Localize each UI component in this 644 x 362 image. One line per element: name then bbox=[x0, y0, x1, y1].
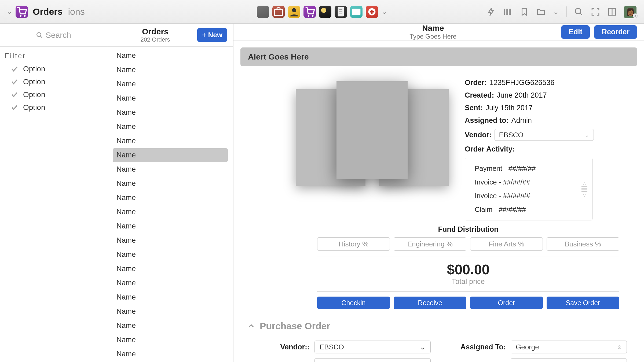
clear-icon[interactable]: ⊗ bbox=[617, 344, 622, 350]
filter-option[interactable]: Option bbox=[0, 75, 107, 88]
po-number-value: 20171218-1 bbox=[320, 361, 357, 362]
top-toolbar: ⌄ Orders ions ⌄ ⌄ 👩🏾 c bbox=[0, 0, 644, 24]
list-item[interactable]: Name bbox=[113, 248, 228, 261]
order-label: Order: bbox=[465, 79, 487, 87]
list-item[interactable]: Name bbox=[113, 234, 228, 247]
list-item[interactable]: Name bbox=[113, 262, 228, 276]
list-item[interactable]: Name bbox=[113, 191, 228, 205]
app-icon-orders[interactable] bbox=[16, 6, 28, 18]
list-item[interactable]: Name bbox=[113, 305, 228, 318]
app-title: Orders bbox=[33, 6, 63, 17]
search-icon bbox=[36, 32, 43, 39]
chevron-down-icon[interactable]: ⌄ bbox=[553, 8, 559, 16]
svg-rect-11 bbox=[352, 9, 361, 15]
fund-chip[interactable]: Engineering % bbox=[394, 237, 466, 251]
filter-panel: Search Filter OptionOptionOptionOption bbox=[0, 24, 107, 362]
edit-button[interactable]: Edit bbox=[561, 25, 590, 39]
list-item[interactable]: Name bbox=[113, 205, 228, 219]
receive-button[interactable]: Receive bbox=[394, 297, 466, 309]
filter-option[interactable]: Option bbox=[0, 62, 107, 75]
reorder-button[interactable]: Reorder bbox=[594, 25, 637, 39]
price-value: $00.00 bbox=[317, 261, 619, 278]
vendor-select[interactable]: EBSCO ⌄ bbox=[495, 129, 594, 141]
po-section-header[interactable]: Purchase Order bbox=[233, 309, 644, 335]
app-icon-purple2[interactable] bbox=[303, 6, 316, 18]
order-value: 1235FHJGG626536 bbox=[490, 79, 555, 87]
list-item[interactable]: Name bbox=[113, 49, 228, 62]
scroll-indicator[interactable]: △▽ bbox=[581, 181, 587, 197]
save-order-button[interactable]: Save Order bbox=[547, 297, 619, 309]
app-subtitle: ions bbox=[68, 6, 85, 17]
new-button[interactable]: + New bbox=[197, 28, 227, 42]
svg-rect-2 bbox=[275, 10, 283, 15]
po-assigned-value: George bbox=[516, 343, 539, 351]
filter-heading: Filter bbox=[0, 47, 107, 62]
topbar-tools: ⌄ 👩🏾 c bbox=[486, 5, 638, 18]
list-item[interactable]: Name bbox=[113, 290, 228, 304]
app-icon-red[interactable] bbox=[366, 6, 378, 18]
list-item[interactable]: Name bbox=[113, 319, 228, 333]
plus-icon bbox=[366, 6, 378, 18]
svg-line-23 bbox=[40, 36, 42, 38]
list-item[interactable]: Name bbox=[113, 219, 228, 233]
app-icon-gray[interactable] bbox=[257, 6, 269, 18]
svg-point-1 bbox=[24, 15, 25, 17]
svg-point-4 bbox=[308, 15, 309, 17]
app-icon-dark[interactable] bbox=[319, 6, 331, 18]
list-item[interactable]: Name bbox=[113, 162, 228, 176]
chevron-down-icon[interactable]: ⌄ bbox=[381, 8, 387, 16]
list-item[interactable]: Name bbox=[113, 177, 228, 190]
list-body[interactable]: NameNameNameNameNameNameNameNameNameName… bbox=[107, 47, 233, 362]
app-icon-brown[interactable] bbox=[272, 6, 285, 18]
person-icon bbox=[288, 6, 300, 18]
po-assigned-input[interactable]: George ⊗ bbox=[511, 341, 627, 353]
po-number-input[interactable]: 20171218-1 ⊗ bbox=[314, 358, 431, 362]
folder-icon[interactable] bbox=[536, 7, 546, 16]
layout-icon[interactable] bbox=[608, 7, 617, 16]
moon-icon bbox=[319, 6, 331, 18]
app-icon-teal[interactable] bbox=[350, 6, 363, 18]
briefcase-icon bbox=[272, 6, 285, 18]
fund-chip[interactable]: Business % bbox=[547, 237, 619, 251]
list-item[interactable]: Name bbox=[113, 333, 228, 347]
list-item[interactable]: Name bbox=[113, 120, 228, 134]
po-created-input[interactable]: Ann-Dennis ⊗ bbox=[511, 358, 627, 362]
filter-option[interactable]: Option bbox=[0, 101, 107, 114]
cart-icon bbox=[303, 6, 316, 18]
order-button[interactable]: Order bbox=[470, 297, 543, 309]
price-label: Total price bbox=[317, 278, 619, 286]
fund-chip[interactable]: History % bbox=[317, 237, 390, 251]
topbar-left: ⌄ Orders ions bbox=[6, 6, 85, 18]
divider bbox=[566, 6, 567, 17]
list-item[interactable]: Name bbox=[113, 148, 228, 162]
list-item[interactable]: Name bbox=[113, 63, 228, 77]
list-item[interactable]: Name bbox=[113, 276, 228, 290]
list-item[interactable]: Name bbox=[113, 77, 228, 91]
filter-option[interactable]: Option bbox=[0, 88, 107, 101]
list-item[interactable]: Name bbox=[113, 347, 228, 361]
search-icon[interactable] bbox=[574, 7, 583, 16]
chevron-down-icon: ⌄ bbox=[585, 132, 589, 138]
list-item[interactable]: Name bbox=[113, 91, 228, 105]
bolt-icon[interactable] bbox=[486, 7, 496, 16]
po-created-label: Created By: bbox=[447, 361, 506, 362]
app-icon-doc[interactable] bbox=[335, 6, 347, 18]
activity-item: Payment - ##/##/## bbox=[475, 164, 583, 173]
sent-value: July 15th 2017 bbox=[486, 104, 533, 112]
list-item[interactable]: Name bbox=[113, 106, 228, 119]
checkin-button[interactable]: Checkin bbox=[317, 297, 390, 309]
filter-option-label: Option bbox=[23, 90, 45, 99]
po-vendor-select[interactable]: EBSCO ⌄ bbox=[314, 341, 431, 353]
activity-box: Payment - ##/##/##Invoice - ##/##/##Invo… bbox=[465, 158, 592, 220]
barcode-icon[interactable] bbox=[503, 7, 512, 16]
search-input[interactable]: Search bbox=[0, 24, 107, 47]
app-icon-yellow[interactable] bbox=[288, 6, 300, 18]
fund-chip[interactable]: Fine Arts % bbox=[470, 237, 543, 251]
chevron-down-icon[interactable]: ⌄ bbox=[6, 8, 12, 16]
assigned-label: Assigned to: bbox=[465, 116, 509, 125]
list-item[interactable]: Name bbox=[113, 134, 228, 148]
check-icon bbox=[11, 91, 18, 98]
check-icon bbox=[11, 65, 18, 73]
fullscreen-icon[interactable] bbox=[591, 7, 600, 16]
bookmark-icon[interactable] bbox=[520, 7, 529, 16]
